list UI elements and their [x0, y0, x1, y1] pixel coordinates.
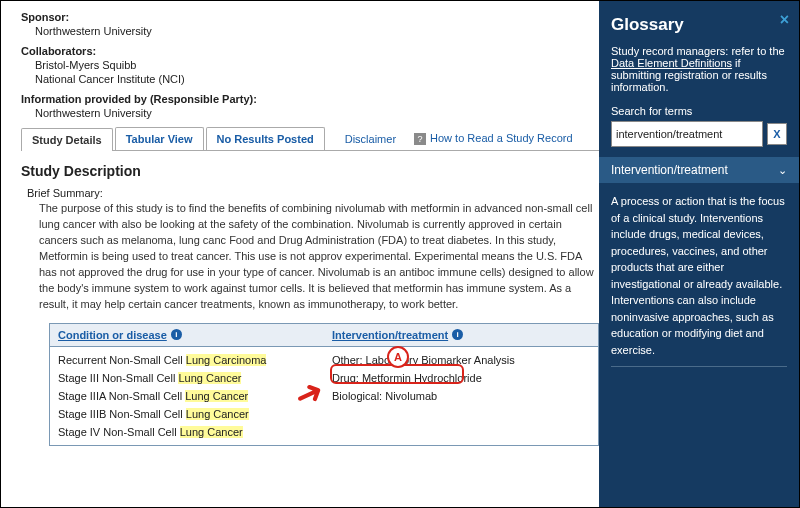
disclaimer-link[interactable]: Disclaimer	[345, 133, 396, 145]
glossary-title: Glossary	[611, 15, 787, 35]
condition-intervention-table: Condition or diseasei Intervention/treat…	[49, 323, 599, 446]
collaborators-label: Collaborators:	[21, 45, 599, 57]
clear-search-button[interactable]: X	[767, 123, 787, 145]
close-icon[interactable]: ×	[780, 11, 789, 29]
brief-summary-body: The purpose of this study is to find the…	[39, 201, 599, 313]
divider	[611, 366, 787, 367]
how-to-read-link[interactable]: ?How to Read a Study Record	[414, 132, 572, 145]
section-title: Study Description	[21, 163, 599, 179]
glossary-panel: × Glossary Study record managers: refer …	[599, 1, 799, 507]
search-for-terms-label: Search for terms	[611, 105, 787, 117]
table-row: Stage IIIA Non-Small Cell Lung Cancer	[58, 387, 316, 405]
info-icon[interactable]: i	[171, 329, 182, 340]
term-definition: A process or action that is the focus of…	[611, 193, 787, 358]
glossary-intro-pre: Study record managers: refer to the	[611, 45, 785, 57]
col-condition-label: Condition or disease	[58, 329, 167, 341]
table-row: Biological: Nivolumab	[332, 387, 590, 405]
info-icon[interactable]: i	[452, 329, 463, 340]
data-element-definitions-link[interactable]: Data Element Definitions	[611, 57, 732, 69]
term-title: Intervention/treatment	[611, 163, 728, 177]
how-to-read-label: How to Read a Study Record	[430, 132, 572, 144]
col-condition-header[interactable]: Condition or diseasei	[50, 324, 324, 346]
info-provided-value: Northwestern University	[35, 107, 599, 119]
info-provided-label: Information provided by (Responsible Par…	[21, 93, 599, 105]
question-icon: ?	[414, 133, 426, 145]
collaborator-value: National Cancer Institute (NCI)	[35, 73, 599, 85]
collaborator-value: Bristol-Myers Squibb	[35, 59, 599, 71]
search-input[interactable]	[611, 121, 763, 147]
term-header[interactable]: Intervention/treatment ⌄	[599, 157, 799, 183]
table-row: Other: Laboratory Biomarker Analysis	[332, 351, 590, 369]
col-intervention-header[interactable]: Intervention/treatmenti	[324, 324, 598, 346]
tab-tabular-view[interactable]: Tabular View	[115, 127, 204, 150]
table-row: Recurrent Non-Small Cell Lung Carcinoma	[58, 351, 316, 369]
glossary-intro: Study record managers: refer to the Data…	[611, 45, 787, 93]
table-row: Drug: Metformin Hydrochloride	[332, 369, 590, 387]
tab-no-results-posted[interactable]: No Results Posted	[206, 127, 325, 150]
table-row: Stage IIIB Non-Small Cell Lung Cancer	[58, 405, 316, 423]
table-row: Stage IV Non-Small Cell Lung Cancer	[58, 423, 316, 441]
sponsor-value: Northwestern University	[35, 25, 599, 37]
brief-summary-label: Brief Summary:	[27, 187, 599, 199]
col-intervention-label: Intervention/treatment	[332, 329, 448, 341]
tab-study-details[interactable]: Study Details	[21, 128, 113, 151]
chevron-down-icon: ⌄	[778, 164, 787, 177]
sponsor-label: Sponsor:	[21, 11, 599, 23]
tabs-row: Study Details Tabular View No Results Po…	[21, 127, 599, 151]
table-row: Stage III Non-Small Cell Lung Cancer	[58, 369, 316, 387]
